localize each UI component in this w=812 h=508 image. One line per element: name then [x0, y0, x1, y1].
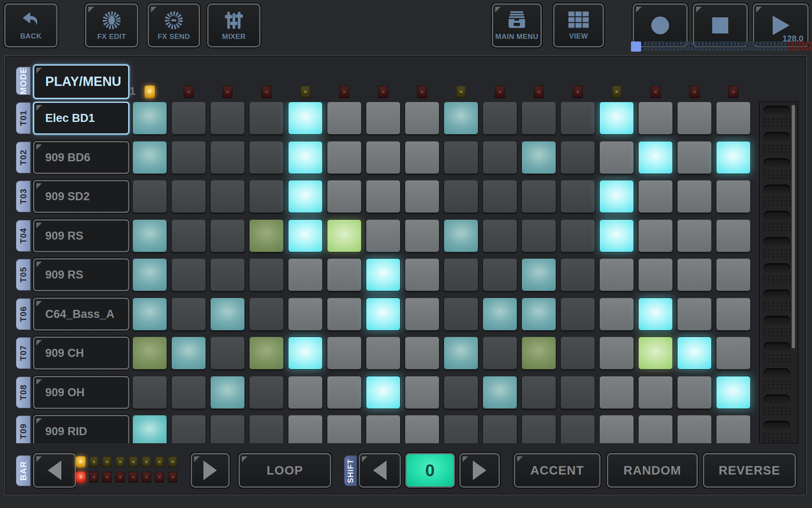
step-cell-t07-8[interactable] [405, 337, 439, 370]
step-cell-t07-11[interactable] [521, 337, 556, 370]
step-cell-t05-4[interactable] [249, 258, 284, 291]
bar-prev-button[interactable] [33, 453, 76, 488]
step-cell-t06-12[interactable] [560, 298, 595, 331]
step-cell-t05-16[interactable] [716, 258, 751, 291]
step-cell-t02-5[interactable] [288, 141, 323, 174]
track-tab-t05[interactable]: T05 [16, 259, 30, 290]
track-name-button-t06[interactable]: C64_Bass_A [33, 298, 129, 331]
step-cell-t04-2[interactable] [171, 219, 206, 252]
step-cell-t04-14[interactable] [638, 219, 673, 252]
step-cell-t03-10[interactable] [483, 180, 517, 213]
step-cell-t03-11[interactable] [521, 180, 556, 213]
track-name-button-t05[interactable]: 909 RS [33, 258, 129, 291]
track-tab-t03[interactable]: T03 [16, 181, 30, 212]
reverse-button[interactable]: REVERSE [703, 453, 796, 488]
step-cell-t04-13[interactable] [599, 219, 634, 252]
step-cell-t09-6[interactable] [327, 415, 362, 443]
step-cell-t07-2[interactable] [171, 337, 206, 370]
track-tab-t06[interactable]: T06 [16, 298, 30, 330]
step-cell-t06-8[interactable] [405, 298, 439, 331]
step-cell-t02-1[interactable] [132, 141, 167, 174]
loop-button[interactable]: LOOP [239, 453, 331, 488]
step-cell-t03-2[interactable] [171, 180, 206, 213]
step-cell-t05-3[interactable] [210, 258, 245, 291]
step-cell-t04-12[interactable] [560, 219, 595, 252]
step-cell-t06-1[interactable] [132, 298, 167, 331]
step-cell-t01-15[interactable] [677, 102, 712, 135]
step-cell-t03-3[interactable] [210, 180, 245, 213]
step-cell-t05-9[interactable] [444, 258, 478, 291]
step-cell-t04-16[interactable] [716, 219, 751, 252]
step-cell-t02-7[interactable] [366, 141, 401, 174]
step-cell-t08-5[interactable] [288, 376, 323, 409]
step-cell-t06-10[interactable] [483, 298, 517, 331]
step-cell-t06-7[interactable] [366, 298, 401, 331]
step-cell-t08-10[interactable] [483, 376, 517, 409]
accent-button[interactable]: ACCENT [514, 453, 601, 488]
step-cell-t06-11[interactable] [521, 298, 556, 331]
record-button[interactable] [633, 3, 688, 47]
step-cell-t04-3[interactable] [210, 219, 245, 252]
step-cell-t04-1[interactable] [132, 219, 167, 252]
step-cell-t09-7[interactable] [366, 415, 401, 443]
track-tab-t09[interactable]: T09 [16, 416, 30, 443]
step-cell-t07-16[interactable] [716, 337, 751, 370]
step-cell-t02-8[interactable] [405, 141, 439, 174]
track-tab-t01[interactable]: T01 [16, 102, 30, 134]
main-menu-button[interactable]: MAIN MENU [492, 3, 542, 47]
step-cell-t09-5[interactable] [288, 415, 323, 443]
step-cell-t07-10[interactable] [483, 337, 517, 370]
step-cell-t04-9[interactable] [444, 219, 478, 252]
track-name-button-t09[interactable]: 909 RID [33, 415, 129, 443]
step-cell-t07-15[interactable] [677, 337, 712, 370]
step-cell-t03-12[interactable] [560, 180, 595, 213]
step-cell-t01-7[interactable] [366, 102, 401, 135]
step-cell-t01-1[interactable] [132, 102, 167, 135]
step-cell-t01-5[interactable] [288, 102, 323, 135]
back-button[interactable]: BACK [4, 3, 58, 47]
step-cell-t03-6[interactable] [327, 180, 362, 213]
step-cell-t08-13[interactable] [599, 376, 634, 409]
step-cell-t07-12[interactable] [560, 337, 595, 370]
step-cell-t07-1[interactable] [132, 337, 167, 370]
step-cell-t02-11[interactable] [521, 141, 556, 174]
mixer-button[interactable]: MIXER [207, 3, 261, 47]
step-cell-t07-9[interactable] [444, 337, 478, 370]
track-name-button-t08[interactable]: 909 OH [33, 376, 129, 409]
stop-button[interactable] [693, 3, 748, 47]
step-cell-t04-10[interactable] [483, 219, 517, 252]
step-cell-t09-9[interactable] [444, 415, 478, 443]
step-cell-t09-16[interactable] [716, 415, 751, 443]
step-cell-t05-2[interactable] [171, 258, 206, 291]
step-cell-t07-4[interactable] [249, 337, 284, 370]
step-cell-t09-14[interactable] [638, 415, 673, 443]
step-cell-t01-8[interactable] [405, 102, 439, 135]
step-cell-t08-3[interactable] [210, 376, 245, 409]
step-cell-t01-9[interactable] [444, 102, 478, 135]
step-cell-t05-14[interactable] [638, 258, 673, 291]
step-cell-t02-9[interactable] [444, 141, 478, 174]
step-cell-t03-9[interactable] [444, 180, 478, 213]
step-cell-t08-4[interactable] [249, 376, 284, 409]
step-cell-t01-12[interactable] [560, 102, 595, 135]
track-name-button-t04[interactable]: 909 RS [33, 219, 129, 252]
step-cell-t01-2[interactable] [171, 102, 206, 135]
shift-value-display[interactable]: 0 [405, 453, 455, 488]
step-cell-t08-14[interactable] [638, 376, 673, 409]
step-cell-t06-9[interactable] [444, 298, 478, 331]
step-cell-t02-12[interactable] [560, 141, 595, 174]
step-cell-t08-15[interactable] [677, 376, 712, 409]
track-name-button-t03[interactable]: 909 SD2 [33, 180, 129, 213]
step-cell-t03-16[interactable] [716, 180, 751, 213]
step-cell-t06-5[interactable] [288, 298, 323, 331]
step-cell-t09-15[interactable] [677, 415, 712, 443]
track-name-button-t07[interactable]: 909 CH [33, 337, 129, 370]
step-cell-t08-12[interactable] [560, 376, 595, 409]
step-cell-t02-2[interactable] [171, 141, 206, 174]
step-cell-t08-1[interactable] [132, 376, 167, 409]
step-cell-t09-11[interactable] [521, 415, 556, 443]
step-cell-t04-11[interactable] [521, 219, 556, 252]
bar-next-button[interactable] [191, 453, 230, 488]
track-tab-t07[interactable]: T07 [16, 337, 30, 369]
step-cell-t08-16[interactable] [716, 376, 751, 409]
